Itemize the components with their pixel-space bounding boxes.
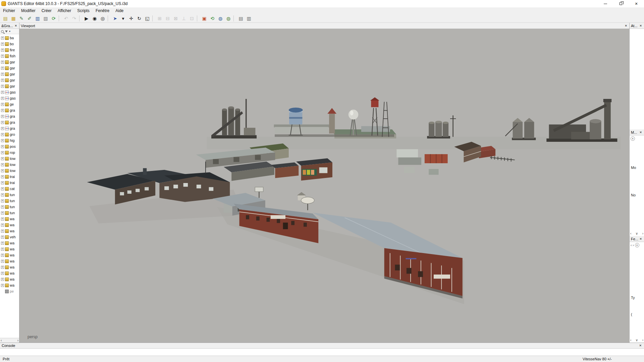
tree-row[interactable]: hig bbox=[0, 137, 19, 143]
tree-row[interactable]: wa bbox=[0, 216, 19, 222]
tree-row[interactable]: gro bbox=[0, 131, 19, 137]
expand-icon[interactable] bbox=[1, 157, 4, 160]
close-icon[interactable]: ✕ bbox=[624, 24, 628, 27]
tree-row[interactable]: trai bbox=[0, 180, 19, 186]
tree-row[interactable]: gas bbox=[0, 89, 19, 95]
filter-icon[interactable] bbox=[5, 31, 8, 33]
expand-icon[interactable] bbox=[1, 91, 4, 94]
copy-icon[interactable]: ▤ bbox=[237, 15, 245, 22]
tree-row[interactable]: gar bbox=[0, 59, 19, 65]
expand-icon[interactable] bbox=[1, 260, 4, 263]
tree-row[interactable]: fish bbox=[0, 53, 19, 59]
zoom-icon[interactable]: ◎ bbox=[99, 15, 106, 22]
tree-row[interactable]: ba bbox=[0, 35, 19, 41]
tree-row[interactable]: veh bbox=[0, 234, 19, 240]
save-icon[interactable]: ▥ bbox=[34, 15, 41, 22]
tree-row[interactable]: gra bbox=[0, 119, 19, 125]
expand-icon[interactable] bbox=[1, 272, 4, 275]
open-file-icon[interactable]: ▦ bbox=[10, 15, 17, 22]
tree-row[interactable]: fire bbox=[0, 47, 19, 53]
close-button[interactable]: ✕ bbox=[629, 0, 644, 7]
expand-icon[interactable] bbox=[1, 278, 4, 281]
snap-move-icon[interactable]: ⊞ bbox=[156, 15, 163, 22]
toolbar-button[interactable] bbox=[233, 15, 236, 21]
tree-row[interactable]: gas bbox=[0, 95, 19, 101]
select-dropdown-icon[interactable]: ▾ bbox=[119, 15, 127, 22]
export-icon[interactable]: ▧ bbox=[42, 15, 49, 22]
expand-icon[interactable] bbox=[1, 254, 4, 257]
expand-icon[interactable] bbox=[1, 199, 4, 202]
expand-icon[interactable] bbox=[1, 121, 4, 124]
expand-icon[interactable] bbox=[1, 151, 4, 154]
close-icon[interactable]: ✕ bbox=[14, 24, 18, 27]
tree-row[interactable]: ge bbox=[0, 101, 19, 107]
scroll-left-button[interactable]: ‹ bbox=[1, 339, 2, 342]
scenegraph-hscrollbar[interactable]: ‹ › bbox=[0, 338, 19, 343]
new-script-icon[interactable]: ✐ bbox=[26, 15, 33, 22]
expand-icon[interactable] bbox=[1, 169, 4, 172]
translate-tool-icon[interactable]: ✛ bbox=[127, 15, 135, 22]
expand-icon[interactable] bbox=[1, 187, 4, 190]
scroll-left-button[interactable]: ‹ bbox=[630, 232, 631, 235]
chevron-down-icon[interactable]: ▾ bbox=[9, 30, 10, 33]
expand-icon[interactable] bbox=[1, 236, 4, 239]
scale-tool-icon[interactable]: ◱ bbox=[144, 15, 151, 22]
tree-row[interactable]: wa bbox=[0, 222, 19, 228]
undo-icon[interactable]: ↶ bbox=[62, 15, 70, 22]
toolbar-button[interactable] bbox=[59, 15, 61, 21]
expand-icon[interactable] bbox=[1, 145, 4, 148]
scroll-left-button[interactable]: ‹ bbox=[630, 339, 631, 342]
close-icon[interactable]: ✕ bbox=[639, 131, 643, 134]
expand-icon[interactable] bbox=[1, 49, 4, 52]
expand-icon[interactable] bbox=[1, 175, 4, 178]
expand-icon[interactable] bbox=[1, 103, 4, 106]
tree-row[interactable]: tow bbox=[0, 162, 19, 168]
scroll-down-button[interactable]: ∨ bbox=[636, 232, 638, 235]
scroll-up-button[interactable]: ∧ bbox=[635, 243, 639, 247]
menu-item-fichier[interactable]: Fichier bbox=[0, 7, 18, 14]
new-file-icon[interactable]: ▤ bbox=[2, 15, 9, 22]
shading-icon[interactable]: ◍ bbox=[225, 15, 232, 22]
toolbar-button[interactable] bbox=[152, 15, 155, 21]
expand-icon[interactable] bbox=[1, 55, 4, 58]
console-output[interactable] bbox=[0, 349, 644, 356]
i3d-export-icon[interactable]: ▣ bbox=[201, 15, 208, 22]
expand-icon[interactable] bbox=[1, 284, 4, 287]
expand-icon[interactable] bbox=[1, 127, 4, 130]
tree-row[interactable]: tow bbox=[0, 156, 19, 162]
tree-row[interactable]: wa bbox=[0, 258, 19, 264]
refresh-textures-icon[interactable]: ⟲ bbox=[209, 15, 216, 22]
close-icon[interactable]: ✕ bbox=[639, 237, 643, 241]
paste-icon[interactable]: ▥ bbox=[245, 15, 253, 22]
expand-icon[interactable] bbox=[1, 79, 4, 82]
tree-row[interactable]: trai bbox=[0, 174, 19, 180]
expand-icon[interactable] bbox=[1, 266, 4, 269]
tree-row[interactable]: wa bbox=[0, 270, 19, 276]
minimize-button[interactable] bbox=[598, 0, 613, 7]
expand-icon[interactable] bbox=[1, 115, 4, 118]
menu-item-fentre[interactable]: Fenêtre bbox=[93, 7, 112, 14]
menu-item-crer[interactable]: Créer bbox=[39, 7, 55, 14]
tree-row[interactable]: wa bbox=[0, 276, 19, 282]
tree-row[interactable]: wa bbox=[0, 282, 19, 288]
redo-icon[interactable]: ↷ bbox=[70, 15, 78, 22]
tree-row[interactable]: cat bbox=[0, 186, 19, 192]
expand-icon[interactable] bbox=[1, 181, 4, 184]
scroll-right-button[interactable]: › bbox=[642, 339, 643, 342]
expand-icon[interactable] bbox=[1, 67, 4, 70]
expand-icon[interactable] bbox=[1, 37, 4, 40]
world-render-icon[interactable]: ◍ bbox=[217, 15, 224, 22]
visibility-icon[interactable]: ◉ bbox=[91, 15, 98, 22]
scroll-down-button[interactable]: ∨ bbox=[636, 339, 638, 342]
tree-row[interactable]: wa bbox=[0, 264, 19, 270]
expand-icon[interactable] bbox=[1, 109, 4, 112]
menu-item-aide[interactable]: Aide bbox=[112, 7, 126, 14]
tree-row[interactable]: gra bbox=[0, 125, 19, 131]
select-tool-icon[interactable]: ➤ bbox=[111, 15, 119, 22]
tree-row[interactable]: pe bbox=[0, 288, 19, 294]
tree-row[interactable]: tun bbox=[0, 210, 19, 216]
tree-row[interactable]: gra bbox=[0, 107, 19, 113]
expand-icon[interactable] bbox=[1, 212, 4, 215]
expand-icon[interactable] bbox=[1, 43, 4, 46]
menu-item-scripts[interactable]: Scripts bbox=[74, 7, 93, 14]
